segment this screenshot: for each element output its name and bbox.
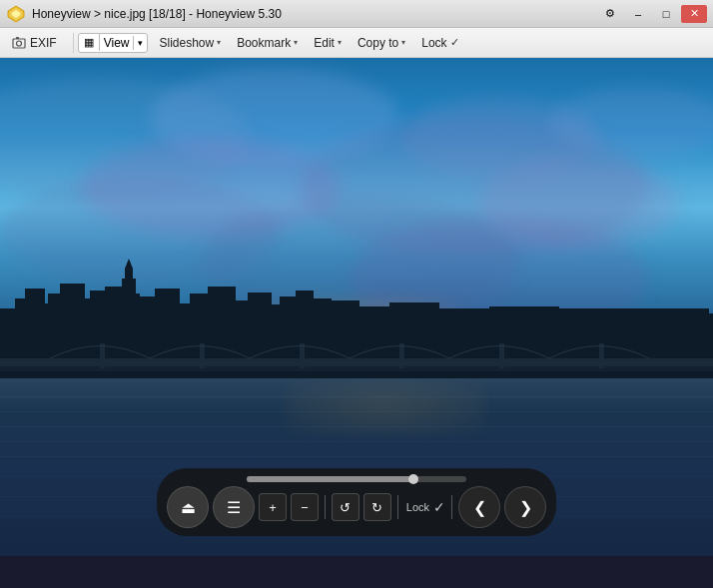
- svg-rect-43: [399, 343, 404, 368]
- svg-rect-5: [16, 37, 19, 39]
- copyto-arrow: ▾: [401, 38, 405, 47]
- rotate-right-button[interactable]: ↻: [363, 493, 391, 521]
- water-line-4: [0, 441, 713, 442]
- svg-rect-39: [0, 366, 713, 371]
- app-logo: [6, 4, 26, 24]
- camera-icon: [12, 36, 26, 50]
- edit-menu[interactable]: Edit ▾: [307, 33, 349, 53]
- zoom-in-button[interactable]: +: [259, 493, 287, 521]
- close-button[interactable]: ✕: [681, 5, 707, 23]
- menu-separator: [73, 33, 74, 53]
- view-label: View: [100, 34, 134, 52]
- eject-button[interactable]: ⏏: [167, 486, 209, 528]
- zoom-out-button[interactable]: −: [291, 493, 319, 521]
- controls-row: ⏏ ☰ + − ↺ ↻ Lock ✓ ❮ ❯: [167, 486, 546, 528]
- lock-ctrl-label: Lock: [406, 501, 429, 513]
- svg-rect-41: [200, 343, 205, 368]
- exif-label: EXIF: [30, 36, 57, 50]
- minimize-button[interactable]: –: [625, 5, 651, 23]
- ctrl-separator-2: [397, 495, 398, 519]
- lock-ctrl-check-icon: ✓: [433, 499, 445, 515]
- progress-knob[interactable]: [408, 474, 418, 484]
- lock-label: Lock: [421, 36, 446, 50]
- copyto-menu[interactable]: Copy to ▾: [351, 33, 412, 53]
- svg-marker-18: [125, 259, 133, 269]
- menu-bar: EXIF ▦ View ▾ Slideshow ▾ Bookmark ▾ Edi…: [0, 28, 713, 58]
- view-arrow: ▾: [133, 36, 147, 50]
- window-title: Honeyview > nice.jpg [18/18] - Honeyview…: [32, 7, 597, 21]
- next-button[interactable]: ❯: [504, 486, 546, 528]
- image-viewer[interactable]: ⏏ ☰ + − ↺ ↻ Lock ✓ ❮ ❯: [0, 58, 713, 556]
- edit-label: Edit: [314, 36, 335, 50]
- window-controls: ⚙ – □ ✕: [597, 5, 707, 23]
- prev-button[interactable]: ❮: [458, 486, 500, 528]
- svg-point-4: [17, 41, 22, 46]
- view-button-group[interactable]: ▦ View ▾: [78, 33, 149, 53]
- bookmark-label: Bookmark: [237, 36, 291, 50]
- cloud-purple-1: [80, 138, 340, 238]
- menu-button[interactable]: ☰: [213, 486, 255, 528]
- lock-menu[interactable]: Lock ✓: [414, 33, 465, 53]
- title-bar: Honeyview > nice.jpg [18/18] - Honeyview…: [0, 0, 713, 28]
- water-glow: [286, 376, 485, 436]
- rotate-left-button[interactable]: ↺: [332, 493, 359, 521]
- slideshow-menu[interactable]: Slideshow ▾: [152, 33, 228, 53]
- playback-controls: ⏏ ☰ + − ↺ ↻ Lock ✓ ❮ ❯: [157, 468, 556, 536]
- view-icon: ▦: [79, 34, 100, 51]
- water-line-5: [0, 456, 713, 457]
- svg-rect-42: [300, 343, 305, 368]
- progress-bar[interactable]: [247, 476, 466, 482]
- ctrl-separator-3: [451, 495, 452, 519]
- bookmark-arrow: ▾: [294, 38, 298, 47]
- lock-check-icon: ✓: [450, 36, 459, 49]
- edit-arrow: ▾: [338, 38, 342, 47]
- svg-rect-3: [13, 39, 25, 48]
- svg-rect-45: [599, 343, 604, 368]
- svg-rect-40: [100, 343, 105, 368]
- copyto-label: Copy to: [357, 36, 398, 50]
- bookmark-menu[interactable]: Bookmark ▾: [230, 33, 305, 53]
- ctrl-separator: [325, 495, 326, 519]
- progress-fill: [247, 476, 411, 482]
- settings-button[interactable]: ⚙: [597, 5, 623, 23]
- slideshow-arrow: ▾: [217, 38, 221, 47]
- slideshow-label: Slideshow: [159, 36, 214, 50]
- svg-rect-44: [499, 343, 504, 368]
- city-skyline: [0, 249, 713, 378]
- maximize-button[interactable]: □: [653, 5, 679, 23]
- exif-button[interactable]: EXIF: [4, 33, 65, 53]
